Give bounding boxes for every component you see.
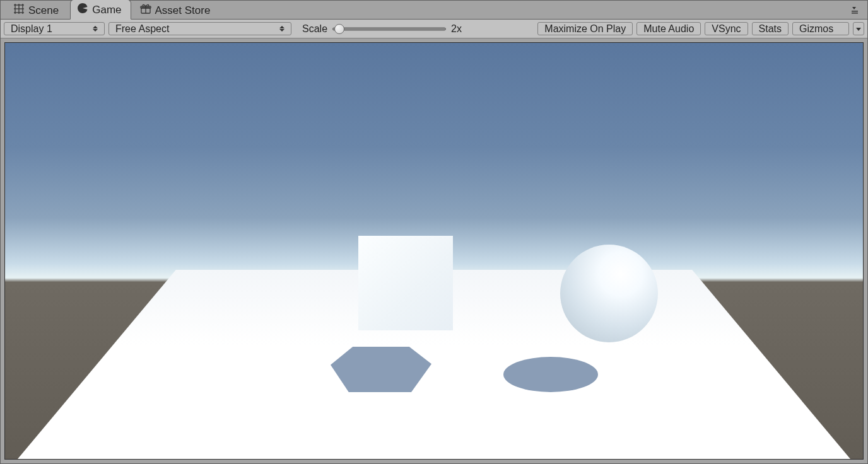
updown-icon	[93, 26, 98, 32]
sphere-object	[560, 245, 658, 342]
svg-rect-11	[852, 13, 858, 14]
editor-window: Scene Game Asset	[0, 0, 868, 464]
svg-marker-12	[856, 28, 861, 31]
tab-asset-store-label: Asset Store	[155, 4, 211, 17]
mute-audio-button[interactable]: Mute Audio	[636, 22, 701, 35]
vsync-label: VSync	[712, 23, 741, 35]
aspect-dropdown[interactable]: Free Aspect	[108, 22, 291, 35]
chevron-down-icon	[856, 26, 861, 32]
gizmos-label: Gizmos	[799, 23, 833, 35]
gizmos-dropdown-arrow[interactable]	[853, 22, 864, 35]
maximize-on-play-button[interactable]: Maximize On Play	[537, 22, 633, 35]
tab-scene-label: Scene	[28, 4, 59, 17]
tab-scene[interactable]: Scene	[7, 1, 67, 20]
tab-bar: Scene Game Asset	[1, 1, 867, 20]
pacman-icon	[77, 3, 88, 17]
tab-asset-store[interactable]: Asset Store	[134, 1, 220, 20]
scale-slider[interactable]	[332, 23, 446, 35]
maximize-label: Maximize On Play	[544, 23, 626, 35]
updown-icon	[279, 26, 284, 32]
tab-game-label: Game	[92, 4, 121, 16]
scale-group: Scale 2x	[295, 22, 469, 35]
gizmos-dropdown[interactable]: Gizmos	[792, 22, 849, 35]
cube-object	[358, 236, 453, 330]
vsync-button[interactable]: VSync	[705, 22, 748, 35]
sphere-shadow	[503, 357, 598, 392]
gift-icon	[140, 3, 151, 18]
tab-game[interactable]: Game	[70, 0, 131, 20]
aspect-dropdown-value: Free Aspect	[115, 23, 169, 35]
stats-label: Stats	[759, 23, 782, 35]
toolbar-spacer	[471, 21, 536, 37]
panel-options-button[interactable]	[848, 4, 861, 16]
scale-value: 2x	[451, 23, 462, 35]
svg-rect-10	[852, 11, 858, 12]
slider-track	[332, 27, 446, 30]
scene-grid-icon	[13, 3, 25, 18]
slider-thumb[interactable]	[334, 24, 344, 34]
game-viewport[interactable]	[4, 42, 864, 460]
svg-marker-9	[852, 7, 856, 9]
options-icon	[849, 6, 860, 14]
scale-label: Scale	[302, 23, 327, 35]
display-dropdown-value: Display 1	[11, 23, 52, 35]
game-toolbar: Display 1 Free Aspect Scale 2x Maximize …	[1, 20, 867, 38]
stats-button[interactable]: Stats	[752, 22, 789, 35]
mute-label: Mute Audio	[643, 23, 694, 35]
display-dropdown[interactable]: Display 1	[4, 22, 105, 35]
